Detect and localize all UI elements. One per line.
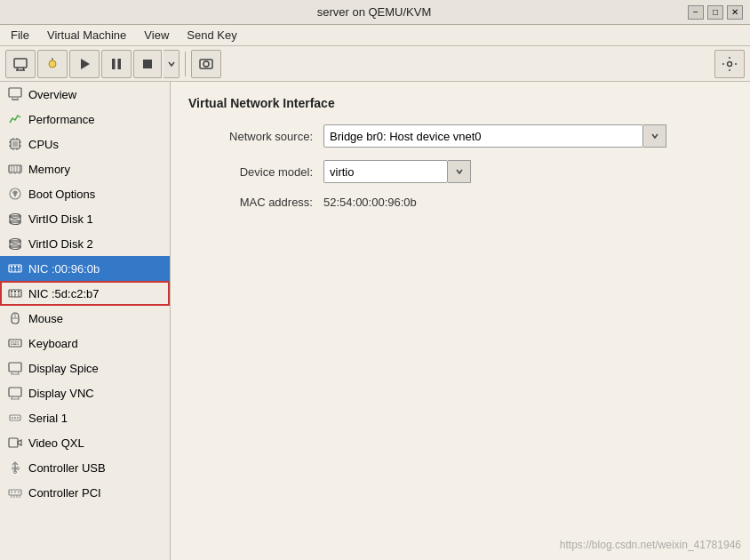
- nic1-label: NIC :00:96:0b: [28, 262, 100, 276]
- usb-icon: [7, 460, 23, 476]
- overview-icon: [7, 86, 23, 102]
- pause-button[interactable]: [101, 50, 132, 78]
- sidebar-item-performance[interactable]: Performance: [0, 107, 170, 132]
- device-model-select[interactable]: virtio: [323, 160, 448, 183]
- svg-point-79: [17, 417, 19, 419]
- svg-rect-57: [18, 291, 20, 292]
- sidebar-item-memory[interactable]: Memory: [0, 156, 170, 181]
- device-model-row: Device model: virtio: [188, 160, 732, 183]
- svg-rect-80: [9, 438, 18, 447]
- controller-pci-label: Controller PCI: [28, 486, 101, 500]
- virtio-disk-2-label: VirtIO Disk 2: [28, 237, 93, 251]
- menu-bar: File Virtual Machine View Send Key: [0, 25, 750, 46]
- toolbar: [0, 46, 750, 82]
- svg-rect-49: [14, 266, 16, 268]
- network-source-select[interactable]: Bridge br0: Host device vnet0: [323, 124, 643, 148]
- keyboard-label: Keyboard: [28, 337, 78, 350]
- network-source-dropdown-arrow[interactable]: [643, 124, 666, 148]
- nic2-icon: [7, 285, 23, 301]
- sidebar-item-video-qxl[interactable]: Video QXL: [0, 430, 170, 455]
- sidebar-item-display-vnc[interactable]: Display VNC: [0, 380, 170, 405]
- menu-virtual-machine[interactable]: Virtual Machine: [40, 27, 133, 44]
- svg-rect-67: [18, 344, 20, 346]
- window-controls: − □ ✕: [688, 5, 743, 20]
- screenshot-button[interactable]: [191, 50, 221, 78]
- power-button[interactable]: [37, 50, 68, 78]
- stop-button[interactable]: [133, 50, 162, 78]
- svg-rect-92: [11, 492, 12, 493]
- svg-rect-0: [14, 59, 27, 68]
- memory-icon: [7, 161, 23, 177]
- pause-icon: [108, 56, 124, 72]
- stop-dropdown-button[interactable]: [164, 50, 180, 78]
- svg-rect-62: [13, 341, 15, 343]
- monitor-icon: [12, 56, 28, 72]
- boot-icon: [7, 186, 23, 202]
- svg-rect-41: [10, 241, 20, 247]
- menu-send-key[interactable]: Send Key: [180, 27, 243, 44]
- device-model-dropdown-arrow[interactable]: [448, 160, 471, 183]
- svg-rect-18: [12, 141, 18, 147]
- restore-button[interactable]: □: [707, 5, 723, 20]
- sidebar-item-keyboard[interactable]: Keyboard: [0, 331, 170, 356]
- svg-rect-60: [9, 340, 21, 347]
- close-button[interactable]: ✕: [727, 5, 743, 20]
- performance-label: Performance: [28, 113, 94, 126]
- video-qxl-label: Video QXL: [28, 436, 84, 450]
- svg-rect-37: [10, 216, 20, 222]
- window-title: server on QEMU/KVM: [60, 5, 688, 19]
- svg-point-43: [17, 244, 19, 246]
- sidebar-item-nic-96-0b[interactable]: NIC :00:96:0b: [0, 256, 170, 281]
- network-source-row: Network source: Bridge br0: Host device …: [188, 124, 732, 148]
- svg-rect-63: [15, 341, 17, 343]
- monitor-button[interactable]: [5, 50, 36, 78]
- sidebar-item-cpus[interactable]: CPUs: [0, 132, 170, 156]
- play-button[interactable]: [69, 50, 100, 78]
- minimize-button[interactable]: −: [688, 5, 704, 20]
- sidebar-item-mouse[interactable]: Mouse: [0, 306, 170, 331]
- sidebar-item-virtio-disk-1[interactable]: VirtIO Disk 1: [0, 206, 170, 231]
- sidebar-item-nic-c2-b7[interactable]: NIC :5d:c2:b7: [0, 281, 170, 306]
- menu-file[interactable]: File: [4, 27, 36, 44]
- panel-title: Virtual Network Interface: [188, 96, 732, 110]
- pci-icon: [7, 484, 23, 500]
- sidebar: Overview Performance: [0, 82, 171, 560]
- svg-rect-14: [12, 99, 19, 100]
- network-source-value: Bridge br0: Host device vnet0: [330, 130, 482, 143]
- sidebar-item-overview[interactable]: Overview: [0, 82, 170, 107]
- sidebar-item-display-spice[interactable]: Display Spice: [0, 356, 170, 380]
- controller-usb-label: Controller USB: [28, 461, 106, 475]
- memory-label: Memory: [28, 163, 70, 176]
- svg-rect-72: [9, 388, 21, 396]
- toolbar-separator: [185, 52, 186, 76]
- stop-icon: [140, 56, 156, 72]
- settings-icon: [722, 56, 738, 72]
- sidebar-item-virtio-disk-2[interactable]: VirtIO Disk 2: [0, 231, 170, 256]
- svg-rect-7: [112, 59, 116, 69]
- svg-rect-9: [143, 60, 152, 68]
- mouse-label: Mouse: [28, 312, 63, 325]
- svg-marker-6: [81, 59, 90, 69]
- sidebar-item-controller-usb[interactable]: Controller USB: [0, 455, 170, 480]
- svg-rect-68: [9, 363, 21, 372]
- sidebar-item-serial-1[interactable]: Serial 1: [0, 405, 170, 430]
- keyboard-icon: [7, 335, 23, 351]
- sidebar-item-boot-options[interactable]: Boot Options: [0, 181, 170, 206]
- svg-point-78: [14, 417, 16, 419]
- device-model-select-container: virtio: [323, 160, 471, 183]
- sidebar-item-controller-pci[interactable]: Controller PCI: [0, 480, 170, 505]
- svg-rect-8: [118, 59, 122, 69]
- svg-rect-55: [11, 291, 12, 292]
- svg-rect-93: [14, 492, 16, 493]
- boot-options-label: Boot Options: [28, 188, 95, 201]
- power-icon: [44, 56, 60, 72]
- settings-button[interactable]: [714, 50, 745, 78]
- menu-view[interactable]: View: [137, 27, 176, 44]
- svg-rect-48: [11, 266, 12, 268]
- nic1-icon: [7, 260, 23, 276]
- svg-point-12: [728, 61, 732, 66]
- disk1-icon: [7, 211, 23, 227]
- main-area: Overview Performance: [0, 82, 750, 560]
- svg-point-39: [17, 220, 19, 221]
- display-spice-label: Display Spice: [28, 362, 99, 375]
